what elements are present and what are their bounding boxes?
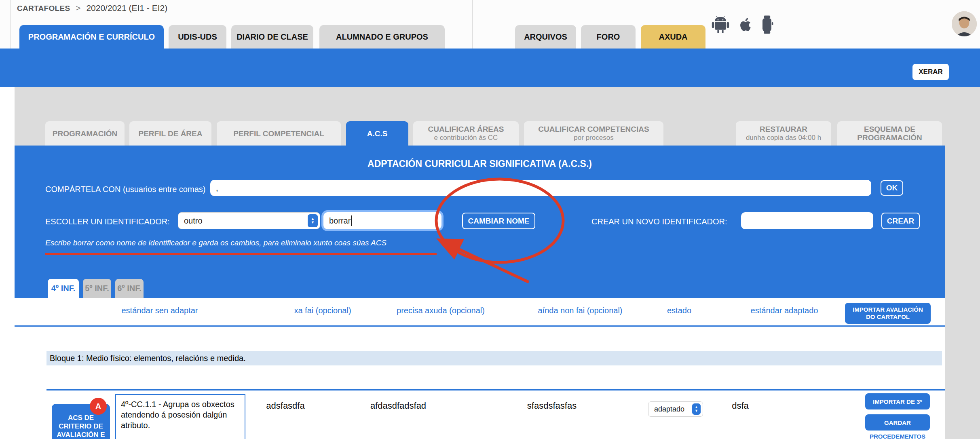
tab-sublabel: por procesos (574, 133, 613, 142)
column-header-estandar-sen-adaptar[interactable]: estándar sen adaptar (121, 306, 198, 315)
tab-arquivos[interactable]: ARQUIVOS (515, 25, 576, 49)
hint-underline (45, 253, 437, 255)
android-icon[interactable] (711, 15, 730, 35)
tab-programacion[interactable]: PROGRAMACIÓN (45, 121, 125, 146)
create-identifier-label: CREAR UN NOVO IDENTIFICADOR: (591, 217, 727, 226)
tab-cualificar-competencias[interactable]: CUALIFICAR COMPETENCIAS por procesos (524, 121, 663, 146)
standards-table: estándar sen adaptar xa fai (opcional) p… (15, 298, 945, 439)
smartwatch-icon[interactable] (760, 15, 774, 35)
delete-hint-text: Escribe borrar como nome de identificado… (45, 238, 387, 247)
right-gray-strip (945, 146, 980, 439)
tab-diario-de-clase[interactable]: DIARIO DE CLASE (231, 25, 313, 49)
tab-label: RESTAURAR (760, 125, 807, 133)
tab-esquema-programacion[interactable]: ESQUEMA DE PROGRAMACIÓN (837, 121, 942, 146)
app-platform-icons (711, 15, 774, 35)
tab-alumnado-grupos[interactable]: ALUMNADO E GRUPOS (319, 25, 445, 49)
apple-icon[interactable] (736, 15, 754, 35)
tab-label: PROGRAMACIÓN (857, 133, 922, 142)
tab-udis-uds[interactable]: UDIS-UDS (169, 25, 226, 49)
breadcrumb-current: 2020/2021 (EI1 - EI2) (86, 3, 167, 13)
cambiar-nome-button[interactable]: CAMBIAR NOME (462, 213, 535, 229)
column-header-xa-fai[interactable]: xa fai (opcional) (294, 306, 351, 315)
sub-tab-band: PROGRAMACIÓN PERFIL DE ÁREA PERFIL COMPE… (15, 87, 980, 146)
acs-panel: ADPTACIÓN CURRICULAR SIGNIFICATIVA (A.C.… (15, 146, 945, 298)
gardar-button[interactable]: GARDAR (865, 414, 930, 431)
xerar-button[interactable]: XERAR (912, 64, 949, 80)
block-title-bar: Bloque 1: Medio físico: elementos, relac… (46, 351, 942, 365)
divider (15, 325, 945, 327)
standard-cell: 4º-CC.1.1 - Agrupa os obxectos atendendo… (115, 394, 245, 439)
page: CARTAFOLES > 2020/2021 (EI1 - EI2) PROGR… (0, 0, 980, 439)
crear-button[interactable]: CREAR (881, 213, 920, 229)
estado-selected-value: adaptado (654, 405, 684, 414)
tab-label: CUALIFICAR ÁREAS (428, 125, 504, 133)
tab-restaurar[interactable]: RESTAURAR dunha copia das 04:00 h (736, 121, 831, 146)
share-with-value: , (216, 184, 218, 193)
column-header-ainda-non-fai[interactable]: aínda non fai (opcional) (538, 306, 622, 315)
tab-label: ESQUEMA DE (864, 125, 915, 133)
tab-label: CUALIFICAR COMPETENCIAS (538, 125, 649, 133)
importar-de-3-button[interactable]: IMPORTAR DE 3º (865, 393, 930, 409)
estandar-adaptado-value: dsfa (732, 401, 749, 411)
divider (10, 0, 11, 49)
annotation-arrow (444, 242, 529, 282)
user-avatar[interactable] (952, 11, 977, 36)
tab-axuda[interactable]: AXUDA (641, 25, 705, 49)
grade-tab-6-inf[interactable]: 6º INF. (115, 279, 144, 298)
divider (46, 389, 945, 390)
share-with-label: COMPÁRTELA CON (usuarios entre comas) (45, 185, 205, 194)
rename-identifier-input[interactable]: borrar (323, 212, 441, 229)
tab-perfil-competencial[interactable]: PERFIL COMPETENCIAL (217, 121, 341, 146)
column-header-estandar-adaptado[interactable]: estándar adaptado (751, 306, 818, 315)
breadcrumb-root-link[interactable]: CARTAFOLES (17, 4, 70, 13)
tab-label: PROGRAMACIÓN (53, 129, 117, 138)
estado-select[interactable]: adaptado ▲▼ (648, 401, 703, 417)
tab-perfil-de-area[interactable]: PERFIL DE ÁREA (129, 121, 211, 146)
ainda-non-fai-value: sfasdsfasfas (527, 401, 577, 411)
text-caret (351, 215, 352, 226)
procedementos-link[interactable]: PROCEDEMENTOS (870, 433, 925, 439)
tab-label: PERFIL COMPETENCIAL (233, 129, 324, 138)
identifier-select[interactable]: outro ▲▼ (178, 212, 320, 229)
tab-acs-active[interactable]: A.C.S (346, 121, 408, 146)
acs-panel-title: ADPTACIÓN CURRICULAR SIGNIFICATIVA (A.C.… (15, 158, 945, 169)
column-header-estado[interactable]: estado (667, 306, 691, 315)
tab-label: PERFIL DE ÁREA (138, 129, 202, 138)
select-stepper-icon: ▲▼ (308, 214, 318, 227)
column-header-precisa-axuda[interactable]: precisa axuda (opcional) (397, 306, 485, 315)
tab-sublabel: e contribución ás CC (434, 133, 498, 142)
identifier-selected-value: outro (184, 216, 203, 226)
precisa-axuda-value: afdasdfadsfad (370, 401, 426, 411)
ok-button[interactable]: OK (881, 180, 903, 196)
create-identifier-input[interactable] (741, 212, 873, 229)
share-with-input[interactable]: , (210, 180, 871, 196)
breadcrumb: CARTAFOLES > 2020/2021 (EI1 - EI2) (17, 3, 167, 13)
tab-label: A.C.S (367, 129, 388, 138)
adapted-badge: A (90, 398, 107, 415)
breadcrumb-separator: > (76, 3, 80, 13)
top-band: CARTAFOLES > 2020/2021 (EI1 - EI2) PROGR… (0, 0, 980, 49)
choose-identifier-label: ESCOLLER UN IDENTIFICADOR: (45, 217, 170, 226)
blue-banner: XERAR (0, 49, 980, 87)
tab-cualificar-areas[interactable]: CUALIFICAR ÁREAS e contribución ás CC (413, 121, 519, 146)
rename-identifier-value: borrar (329, 216, 351, 226)
select-stepper-icon: ▲▼ (692, 403, 701, 415)
grade-tab-5-inf[interactable]: 5º INF. (83, 279, 111, 298)
tab-programacion-curriculo[interactable]: PROGRAMACIÓN E CURRÍCULO (19, 25, 164, 49)
divider (472, 0, 473, 49)
tab-sublabel: dunha copia das 04:00 h (746, 133, 821, 142)
importar-avaliacion-button[interactable]: IMPORTAR AVALIACIÓN DO CARTAFOL (845, 303, 931, 324)
xa-fai-value: adsfasdfa (266, 401, 304, 411)
tab-foro[interactable]: FORO (581, 25, 636, 49)
grade-tab-4-inf[interactable]: 4º INF. (48, 279, 79, 298)
